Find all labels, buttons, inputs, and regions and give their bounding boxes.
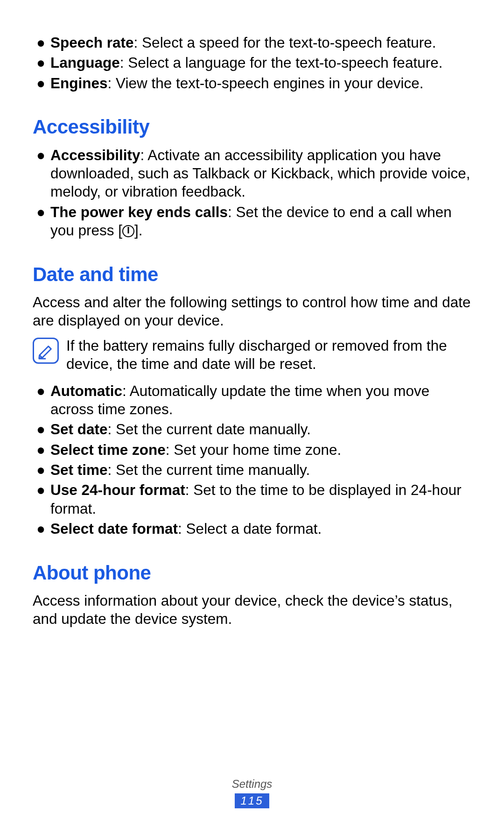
list-item: ● Set time: Set the current time manuall… [33,461,471,479]
bullet-icon: ● [36,382,50,419]
list-item: ● Select time zone: Set your home time z… [33,441,471,459]
page-number-badge: 115 [235,793,269,808]
list-item-text: Accessibility: Activate an accessibility… [50,146,471,201]
bullet-icon: ● [36,74,50,92]
list-item-text: Set time: Set the current time manually. [50,461,471,479]
list-item-text: Select date format: Select a date format… [50,520,471,538]
page-content: ● Speech rate: Select a speed for the te… [33,34,471,629]
list-item-text: The power key ends calls: Set the device… [50,203,471,240]
list-item: ● Automatic: Automatically update the ti… [33,382,471,419]
heading-accessibility: Accessibility [33,115,471,140]
list-item-text: Engines: View the text-to-speech engines… [50,74,471,92]
list-item: ● Set date: Set the current date manuall… [33,420,471,438]
bullet-icon: ● [36,520,50,538]
list-item: ● Speech rate: Select a speed for the te… [33,34,471,52]
heading-about-phone: About phone [33,561,471,586]
paragraph: Access and alter the following settings … [33,293,471,330]
bullet-icon: ● [36,34,50,52]
bullet-icon: ● [36,461,50,479]
list-item-text: Speech rate: Select a speed for the text… [50,34,471,52]
footer-section-label: Settings [0,778,504,791]
list-item: ● Accessibility: Activate an accessibili… [33,146,471,201]
list-item-text: Use 24-hour format: Set to the time to b… [50,481,471,518]
list-item: ● Language: Select a language for the te… [33,54,471,72]
list-item-text: Language: Select a language for the text… [50,54,471,72]
list-item: ● Engines: View the text-to-speech engin… [33,74,471,92]
note: If the battery remains fully discharged … [33,337,471,374]
list-item-text: Set date: Set the current date manually. [50,420,471,438]
bullet-icon: ● [36,54,50,72]
heading-date-and-time: Date and time [33,262,471,287]
bullet-icon: ● [36,203,50,240]
power-icon [122,225,134,237]
page-footer: Settings 115 [0,778,504,808]
note-text: If the battery remains fully discharged … [66,337,471,374]
paragraph: Access information about your device, ch… [33,592,471,629]
list-item: ● Use 24-hour format: Set to the time to… [33,481,471,518]
note-icon [33,338,59,364]
bullet-icon: ● [36,441,50,459]
bullet-icon: ● [36,146,50,201]
bullet-icon: ● [36,481,50,518]
svg-line-0 [40,355,42,358]
list-item-text: Select time zone: Set your home time zon… [50,441,471,459]
bullet-icon: ● [36,420,50,438]
list-item-text: Automatic: Automatically update the time… [50,382,471,419]
list-item: ● The power key ends calls: Set the devi… [33,203,471,240]
list-item: ● Select date format: Select a date form… [33,520,471,538]
